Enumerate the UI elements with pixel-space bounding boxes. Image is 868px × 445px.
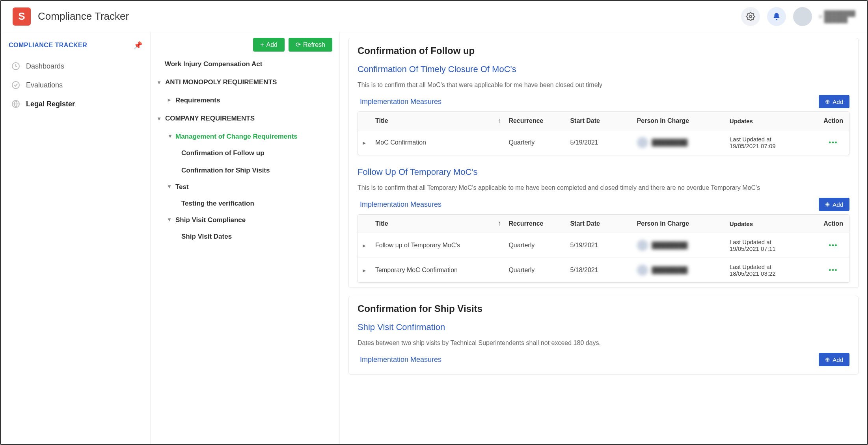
pin-icon[interactable]: 📌 (134, 41, 142, 50)
tree-item-requirements[interactable]: ▸Requirements (158, 93, 332, 108)
cell-updates: Last Updated at18/05/2021 03:22 (725, 258, 818, 282)
col-updates[interactable]: Updates (725, 112, 818, 130)
subsection-link-temp-moc[interactable]: Follow Up Of Temporary MoC's (358, 167, 849, 177)
section-description: Dates between two ship visits by Technic… (358, 339, 849, 347)
col-action: Action (818, 215, 849, 233)
notifications-button[interactable] (767, 7, 786, 26)
bell-icon (772, 12, 781, 21)
col-title[interactable]: Title (371, 112, 494, 130)
implementation-measures-link[interactable]: Implementation Measures (358, 200, 441, 209)
col-person[interactable]: Person in Charge (632, 215, 725, 233)
row-expand-toggle[interactable]: ▸ (358, 233, 371, 258)
tree-section-anti-monopoly[interactable]: ▾ANTI MONOPOLY REQUIREMENTS (158, 72, 332, 93)
tree-item-ship-visit-dates[interactable]: Ship Visit Dates (158, 228, 332, 245)
col-start-date[interactable]: Start Date (565, 112, 632, 130)
col-recurrence[interactable]: Recurrence (504, 215, 565, 233)
chevron-down-icon: ▾ (168, 216, 171, 224)
add-measure-button[interactable]: ⊕Add (819, 198, 849, 211)
tree-item-work-injury[interactable]: Work Injury Compensation Act (158, 56, 332, 72)
add-button[interactable]: +Add (253, 38, 285, 52)
tree-section-company-req[interactable]: ▾COMPANY REQUIREMENTS (158, 108, 332, 129)
tree-item-label: Test (175, 183, 189, 191)
subsection-link-ship-visit[interactable]: Ship Visit Confirmation (358, 322, 849, 332)
col-updates[interactable]: Updates (725, 215, 818, 233)
plus-icon: + (260, 41, 264, 48)
cell-title: MoC Confirmation (371, 130, 494, 155)
plus-circle-icon: ⊕ (825, 356, 830, 363)
row-expand-toggle[interactable]: ▸ (358, 130, 371, 155)
refresh-button[interactable]: ⟳Refresh (289, 38, 332, 52)
plus-circle-icon: ⊕ (825, 201, 830, 208)
avatar[interactable] (793, 7, 812, 26)
cell-title: Temporary MoC Confirmation (371, 258, 494, 282)
section-ship-visits: Confirmation for Ship Visits Ship Visit … (348, 296, 859, 375)
tree-item-ship-visit-compliance[interactable]: ▾Ship Visit Compliance (158, 212, 332, 228)
spacer (494, 233, 504, 258)
cell-recurrence: Quarterly (504, 258, 565, 282)
nav-evaluations[interactable]: Evaluations (9, 76, 142, 95)
tree-item-confirmation-followup[interactable]: Confirmation of Follow up (158, 145, 332, 162)
update-time: 19/05/2021 07:09 (730, 143, 776, 149)
col-recurrence[interactable]: Recurrence (504, 112, 565, 130)
chevron-right-icon: ▸ (168, 96, 171, 104)
update-label: Last Updated at (730, 263, 776, 270)
main-body: COMPLIANCE TRACKER 📌 Dashboards Evaluati… (1, 32, 867, 444)
tree-toolbar: +Add ⟳Refresh (158, 38, 332, 52)
tree-item-label: Management of Change Requirements (175, 133, 298, 141)
more-actions-button[interactable]: ••• (829, 242, 838, 249)
tree-item-label: Testing the verification (181, 200, 254, 207)
tree-item-moc-requirements[interactable]: ▾Management of Change Requirements (158, 129, 332, 145)
tree-item-label: Ship Visit Dates (181, 233, 232, 240)
col-person[interactable]: Person in Charge (632, 112, 725, 130)
row-expand-toggle[interactable]: ▸ (358, 258, 371, 282)
add-measure-button[interactable]: ⊕Add (819, 353, 849, 366)
cell-action: ••• (818, 130, 849, 155)
tree-item-label: Confirmation for Ship Visits (181, 167, 270, 174)
app-frame: S Compliance Tracker ▾ ██████████████ CO… (0, 0, 868, 445)
implementation-measures-link[interactable]: Implementation Measures (358, 98, 441, 106)
update-label: Last Updated at (730, 136, 776, 143)
chevron-down-icon: ▾ (168, 183, 171, 191)
nav-label: Legal Register (26, 100, 75, 108)
topbar: S Compliance Tracker ▾ ██████████████ (1, 1, 867, 32)
svg-point-2 (12, 82, 19, 89)
cell-start-date: 5/18/2021 (565, 258, 632, 282)
nav-legal-register[interactable]: Legal Register (9, 95, 142, 113)
nav-dashboards[interactable]: Dashboards (9, 57, 142, 76)
col-action: Action (818, 112, 849, 130)
add-measure-button[interactable]: ⊕Add (819, 95, 849, 108)
cell-action: ••• (818, 258, 849, 282)
tree-item-testing-verification[interactable]: Testing the verification (158, 195, 332, 212)
tree-item-confirmation-ship-visits[interactable]: Confirmation for Ship Visits (158, 162, 332, 179)
nav-label: Evaluations (26, 81, 63, 89)
table-header: Title ↑ Recurrence Start Date Person in … (358, 112, 849, 130)
chevron-down-icon: ▾ (158, 115, 160, 122)
section-confirmation-followup: Confirmation of Follow up Confirmation O… (348, 38, 859, 288)
col-start-date[interactable]: Start Date (565, 215, 632, 233)
user-name-text: ██████████████ (824, 10, 855, 23)
col-title[interactable]: Title (371, 215, 494, 233)
nav-label: Dashboards (26, 62, 64, 70)
more-actions-button[interactable]: ••• (829, 139, 838, 146)
button-label: Add (833, 356, 843, 363)
sort-icon[interactable]: ↑ (494, 215, 504, 233)
implementation-measures-link[interactable]: Implementation Measures (358, 356, 441, 364)
add-label: Add (266, 41, 278, 48)
settings-button[interactable] (741, 7, 760, 26)
spacer (494, 258, 504, 282)
more-actions-button[interactable]: ••• (829, 267, 838, 274)
sort-icon[interactable]: ↑ (494, 112, 504, 130)
update-time: 18/05/2021 03:22 (730, 270, 776, 277)
tree-sidebar: +Add ⟳Refresh Work Injury Compensation A… (151, 32, 340, 444)
section-title: Confirmation of Follow up (358, 45, 849, 56)
chevron-down-icon: ▾ (158, 79, 160, 85)
button-label: Add (833, 201, 843, 208)
sidebar-heading: COMPLIANCE TRACKER (9, 42, 87, 49)
col-expand (358, 112, 371, 130)
tree-item-test[interactable]: ▾Test (158, 179, 332, 195)
tree-item-label: Requirements (175, 96, 220, 104)
app-logo[interactable]: S (13, 7, 31, 26)
update-label: Last Updated at (730, 239, 776, 245)
user-menu[interactable]: ▾ ██████████████ (819, 10, 855, 23)
subsection-link-moc-closure[interactable]: Confirmation Of Timely Closure Of MoC's (358, 64, 849, 74)
